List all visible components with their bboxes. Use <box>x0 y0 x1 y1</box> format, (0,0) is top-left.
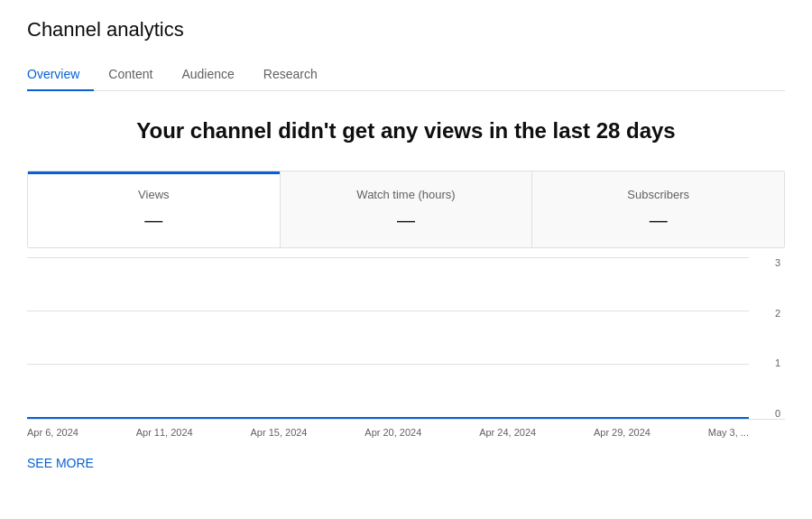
chart-area: 0 1 2 3 <box>27 257 785 420</box>
y-label-0: 0 <box>753 408 780 419</box>
metric-label-subscribers: Subscribers <box>550 188 766 201</box>
main-content: Your channel didn't get any views in the… <box>27 91 785 471</box>
tab-content[interactable]: Content <box>94 58 167 90</box>
grid-line-top <box>27 257 749 258</box>
x-label-6: May 3, ... <box>708 427 749 438</box>
page-title: Channel analytics <box>27 18 785 42</box>
tab-research[interactable]: Research <box>249 58 332 90</box>
metric-value-views: — <box>46 210 262 231</box>
metric-value-subscribers: — <box>550 210 766 231</box>
y-axis-labels: 0 1 2 3 <box>749 257 785 419</box>
metric-value-watch-time: — <box>299 210 514 231</box>
no-data-heading: Your channel didn't get any views in the… <box>27 118 785 144</box>
metric-card-watch-time[interactable]: Watch time (hours) — <box>281 171 533 247</box>
y-label-3: 3 <box>753 257 780 268</box>
chart-grid <box>27 257 749 419</box>
metric-card-subscribers[interactable]: Subscribers — <box>532 171 784 247</box>
x-label-0: Apr 6, 2024 <box>27 427 78 438</box>
y-label-2: 2 <box>753 308 780 319</box>
chart-data-line <box>27 417 749 419</box>
x-label-5: Apr 29, 2024 <box>594 427 651 438</box>
see-more-link[interactable]: SEE MORE <box>27 456 94 470</box>
metrics-row: Views — Watch time (hours) — Subscribers… <box>27 171 785 248</box>
metric-label-views: Views <box>46 188 262 201</box>
x-axis-labels: Apr 6, 2024 Apr 11, 2024 Apr 15, 2024 Ap… <box>27 420 785 445</box>
metric-card-views[interactable]: Views — <box>28 171 281 247</box>
x-label-2: Apr 15, 2024 <box>251 427 308 438</box>
tabs-nav: Overview Content Audience Research <box>27 58 785 91</box>
grid-line-mid2 <box>27 364 749 365</box>
tab-overview[interactable]: Overview <box>27 58 94 90</box>
x-label-1: Apr 11, 2024 <box>136 427 193 438</box>
grid-line-bottom <box>27 419 749 420</box>
y-label-1: 1 <box>753 357 780 368</box>
x-label-4: Apr 24, 2024 <box>479 427 536 438</box>
grid-line-mid1 <box>27 310 749 311</box>
tab-audience[interactable]: Audience <box>167 58 248 90</box>
x-label-3: Apr 20, 2024 <box>364 427 421 438</box>
metric-label-watch-time: Watch time (hours) <box>299 188 514 201</box>
